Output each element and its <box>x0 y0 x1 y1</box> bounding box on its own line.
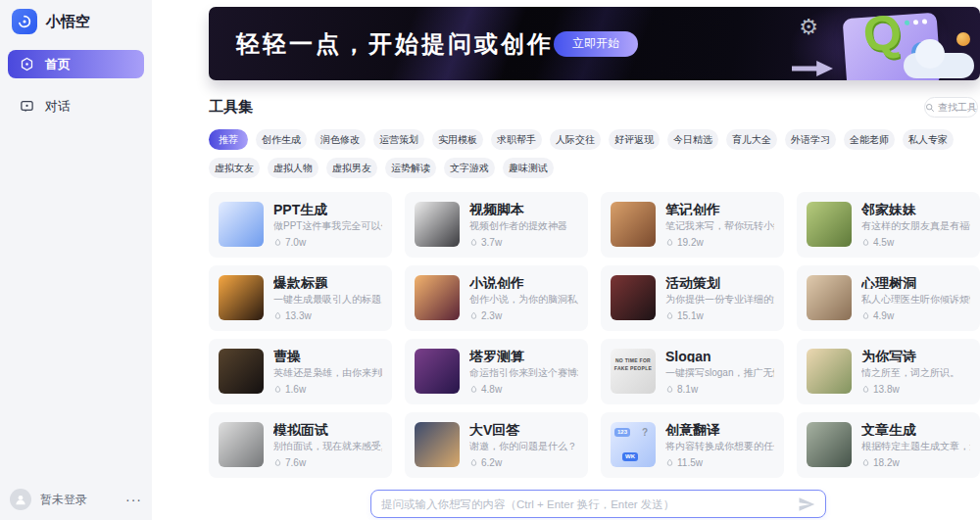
tool-thumbnail <box>611 202 656 247</box>
tool-description: 一键生成最吸引人的标题。 <box>273 293 382 306</box>
tab-求职帮手[interactable]: 求职帮手 <box>491 129 542 150</box>
tool-card-曹操[interactable]: 曹操英雄还是枭雄，由你来判断。1.6w <box>209 339 392 404</box>
send-icon[interactable] <box>798 496 815 513</box>
tab-创作生成[interactable]: 创作生成 <box>256 129 307 150</box>
tool-info: 视频脚本视频创作者的提效神器3.7w <box>469 202 567 248</box>
tool-title: 塔罗测算 <box>469 349 578 362</box>
main-content: 轻轻一点，开始提问或创作 立即开始 ⚙ Q ➤ 工具集 查找工具 推荐创作生成润… <box>152 0 980 520</box>
tool-description: 根据特定主题生成文章，还可以提更多... <box>861 440 970 452</box>
tool-card-邻家妹妹[interactable]: 邻家妹妹有这样的女朋友真是有福气呀~4.5w <box>797 192 980 258</box>
tool-card-塔罗测算[interactable]: 塔罗测算命运指引你来到这个赛博塔罗屋。4.8w <box>405 339 588 404</box>
flame-icon <box>665 237 674 248</box>
flame-icon <box>861 457 870 468</box>
app-root: 小悟空 首页 对话 暂未登录 ··· <box>0 0 980 520</box>
tool-card-大V回答[interactable]: 大V回答谢邀，你的问题是什么？6.2w <box>405 412 588 478</box>
tab-推荐[interactable]: 推荐 <box>209 129 248 150</box>
tab-文字游戏[interactable]: 文字游戏 <box>444 158 495 178</box>
tool-title: 文章生成 <box>861 422 970 436</box>
tool-card-视频脚本[interactable]: 视频脚本视频创作者的提效神器3.7w <box>405 192 588 258</box>
banner-title: 轻轻一点，开始提问或创作 <box>236 28 554 60</box>
more-menu-button[interactable]: ··· <box>125 492 142 507</box>
tab-私人专家[interactable]: 私人专家 <box>903 129 954 150</box>
tool-card-PPT生成[interactable]: PPT生成做PPT这件事我完全可以代劳。7.0w <box>209 192 392 258</box>
tab-今日精选[interactable]: 今日精选 <box>667 129 718 150</box>
start-now-button[interactable]: 立即开始 <box>554 31 638 57</box>
tool-card-模拟面试[interactable]: 模拟面试别怕面试，现在就来感受真实的面试。7.6w <box>209 412 392 478</box>
tool-card-grid: PPT生成做PPT这件事我完全可以代劳。7.0w视频脚本视频创作者的提效神器3.… <box>209 192 980 478</box>
usage-count: 6.2w <box>469 457 577 468</box>
flame-icon <box>665 310 674 321</box>
usage-count: 19.2w <box>665 237 774 248</box>
tool-card-文章生成[interactable]: 文章生成根据特定主题生成文章，还可以提更多...18.2w <box>797 412 980 478</box>
tool-description: 将内容转换成你想要的任何语言风格。 <box>665 440 774 452</box>
tool-card-创意翻译[interactable]: 123WK?创意翻译将内容转换成你想要的任何语言风格。11.5w <box>601 412 784 478</box>
chat-icon <box>20 99 34 114</box>
tool-title: 曹操 <box>273 349 382 362</box>
tab-运势解读[interactable]: 运势解读 <box>385 158 436 178</box>
tool-card-笔记创作[interactable]: 笔记创作笔记我来写，帮你玩转小红书。19.2w <box>601 192 784 258</box>
tool-description: 为你提供一份专业详细的策划方案。 <box>665 293 774 306</box>
hero-banner: 轻轻一点，开始提问或创作 立即开始 ⚙ Q ➤ <box>209 7 980 80</box>
tool-card-活动策划[interactable]: 活动策划为你提供一份专业详细的策划方案。15.1w <box>601 265 784 331</box>
tab-全能老师[interactable]: 全能老师 <box>844 129 895 150</box>
tab-运营策划[interactable]: 运营策划 <box>373 129 424 150</box>
tool-card-小说创作[interactable]: 小说创作创作小说，为你的脑洞私人订制一场盛...2.3w <box>405 265 588 331</box>
tab-外语学习[interactable]: 外语学习 <box>785 129 836 150</box>
tool-description: 有这样的女朋友真是有福气呀~ <box>861 219 970 232</box>
tool-thumbnail <box>415 349 460 394</box>
thumbnail-badge: 123 <box>614 428 630 437</box>
tool-card-Slogan[interactable]: NO TIME FOR FAKE PEOPLESlogan一键撰写slogan，… <box>601 339 784 404</box>
tool-description: 一键撰写slogan，推广无忧。 <box>665 366 774 379</box>
search-q-graphic: Q <box>860 7 905 60</box>
flame-icon <box>273 310 282 321</box>
search-icon <box>925 103 935 113</box>
flame-icon <box>469 457 478 468</box>
tool-title: PPT生成 <box>273 202 382 215</box>
flame-icon <box>861 310 870 321</box>
tool-info: 心理树洞私人心理医生听你倾诉烦恼，回答心理...4.9w <box>861 275 970 321</box>
usage-count-value: 19.2w <box>677 237 704 248</box>
usage-count-value: 4.9w <box>873 310 894 321</box>
tool-description: 私人心理医生听你倾诉烦恼，回答心理... <box>861 293 970 306</box>
tool-title: 爆款标题 <box>273 275 382 289</box>
tab-实用模板[interactable]: 实用模板 <box>432 129 483 150</box>
tool-search-input[interactable]: 查找工具 <box>924 97 978 118</box>
tool-info: 笔记创作笔记我来写，帮你玩转小红书。19.2w <box>665 202 774 248</box>
tool-thumbnail <box>807 202 852 247</box>
tab-育儿大全[interactable]: 育儿大全 <box>726 129 777 150</box>
usage-count-value: 15.1w <box>677 310 704 321</box>
sidebar-item-home[interactable]: 首页 <box>8 50 144 78</box>
tool-description: 视频创作者的提效神器 <box>469 219 567 232</box>
sidebar-item-chat[interactable]: 对话 <box>8 92 144 120</box>
gear-icon: ⚙ <box>799 17 818 38</box>
tab-虚拟人物[interactable]: 虚拟人物 <box>268 158 318 178</box>
tool-card-心理树洞[interactable]: 心理树洞私人心理医生听你倾诉烦恼，回答心理...4.9w <box>797 265 980 331</box>
tab-好评返现[interactable]: 好评返现 <box>609 129 660 150</box>
tool-thumbnail <box>807 349 852 394</box>
avatar[interactable] <box>10 489 31 510</box>
usage-count: 4.8w <box>469 384 578 395</box>
tool-card-爆款标题[interactable]: 爆款标题一键生成最吸引人的标题。13.3w <box>209 265 392 331</box>
tab-虚拟男友[interactable]: 虚拟男友 <box>326 158 377 178</box>
tab-趣味测试[interactable]: 趣味测试 <box>503 158 554 178</box>
tool-info: 爆款标题一键生成最吸引人的标题。13.3w <box>273 275 382 321</box>
tab-虚拟女友[interactable]: 虚拟女友 <box>209 158 260 178</box>
composer-input[interactable] <box>381 498 790 510</box>
usage-count: 1.6w <box>273 384 382 395</box>
tab-人际交往[interactable]: 人际交往 <box>550 129 601 150</box>
sidebar: 小悟空 首页 对话 暂未登录 ··· <box>0 0 152 520</box>
tool-thumbnail <box>219 202 264 247</box>
app-logo[interactable]: 小悟空 <box>0 0 152 44</box>
usage-count: 3.7w <box>469 237 567 248</box>
tool-title: 邻家妹妹 <box>861 202 970 215</box>
usage-count: 4.9w <box>861 310 970 321</box>
tool-card-为你写诗[interactable]: 为你写诗情之所至，词之所识。13.8w <box>797 339 980 404</box>
flame-icon <box>273 237 282 248</box>
sidebar-item-label: 对话 <box>45 98 71 116</box>
tool-thumbnail <box>807 275 852 320</box>
tab-润色修改[interactable]: 润色修改 <box>315 129 366 150</box>
usage-count: 7.0w <box>273 237 382 248</box>
usage-count-value: 7.6w <box>285 457 306 468</box>
composer[interactable] <box>370 490 826 518</box>
tool-info: 塔罗测算命运指引你来到这个赛博塔罗屋。4.8w <box>469 349 578 395</box>
